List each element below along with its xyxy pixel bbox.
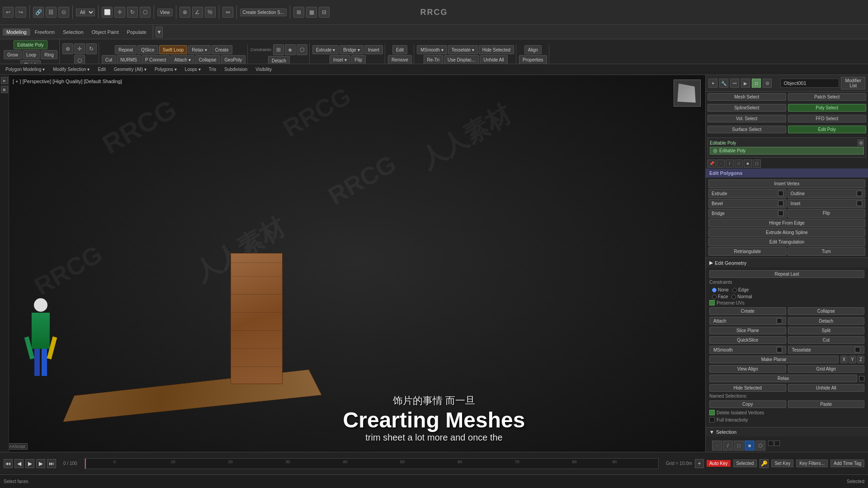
extrude-settings-box[interactable] [778,191,783,196]
grow-btn[interactable]: Grow [4,50,22,59]
panel-icon-hierarchy[interactable]: ⚯ [730,79,739,88]
edit-poly-btn[interactable]: Edit Poly [788,126,867,133]
scale-btn[interactable]: ⬡ [140,7,151,18]
left-btn-1[interactable]: ▶ [1,77,8,84]
quickslice-btn[interactable]: QuickSlice [709,336,786,344]
modifier-list-btn[interactable]: Modifier List [841,77,865,89]
extrude-ep-btn[interactable]: Extrude [708,189,787,198]
sel-edge-icon[interactable]: / [723,441,733,450]
cut-eg-btn[interactable]: Cut [788,336,865,344]
edit-btn[interactable]: Edit [392,45,407,54]
add-time-tag-btn[interactable]: Add Time Tag [830,460,864,467]
tess-box[interactable] [855,347,860,352]
rotate-btn[interactable]: ↻ [127,7,138,18]
loops-item[interactable]: Loops ▾ [183,67,203,72]
shrink-btn[interactable]: Shrink [20,60,40,64]
subdivision-item[interactable]: Subdivision [222,67,249,72]
mini-vertex-icon[interactable]: · [717,160,725,168]
extrude-along-ep-btn[interactable]: Extrude Along Spline [708,228,865,237]
angle-snap-btn[interactable]: ∠ [192,7,203,18]
filter-dropdown[interactable]: All [76,9,95,16]
bevel-ep-btn[interactable]: Bevel [708,199,787,208]
spline-select-btn[interactable]: SplineSelect [708,104,786,112]
grid-btn[interactable]: ⊞ [293,7,304,18]
more-btn[interactable]: ▼ [156,27,163,38]
move-btn[interactable]: ✛ [114,7,125,18]
tab-populate[interactable]: Populate [123,28,150,36]
polygon-modeling-item[interactable]: Polygon Modeling ▾ [4,67,47,72]
z-btn[interactable]: Z [857,356,864,363]
view-btn[interactable]: View [157,9,173,16]
relax-eg-btn[interactable]: Relax [709,375,857,382]
mesh-select-btn[interactable]: Mesh Select [708,93,786,101]
tab-modeling[interactable]: Modeling [3,28,30,36]
modifier-stack-item[interactable]: Editable Poly [710,147,864,155]
msmooth-box[interactable] [777,347,782,352]
outline-settings-box[interactable] [857,191,862,196]
con-icon3[interactable]: ⬡ [297,44,307,55]
tab-selection[interactable]: Selection [59,28,87,36]
create-eg-btn[interactable]: Create [709,307,786,315]
tl-play-btn[interactable]: ▶ [25,459,34,468]
inset-settings-box[interactable] [857,201,862,206]
undo-btn[interactable]: ↩ [3,7,14,18]
tesselate-tb-btn[interactable]: Tesselate ▾ [448,45,478,54]
outline-ep-btn[interactable]: Outline [788,189,866,198]
detach-btn[interactable]: Detach [268,56,290,64]
sel-border-icon[interactable]: □ [734,441,744,450]
attach-eg-btn[interactable]: Attach [709,317,786,325]
preserve-uvs-check[interactable] [709,300,715,305]
full-inter-check[interactable] [709,417,715,422]
nurms-btn[interactable]: NURMS [117,55,141,64]
tl-fwd-btn[interactable]: ⏭ [47,459,56,468]
con-icon2[interactable]: ◈ [285,44,296,55]
select-icon[interactable]: ⊕ [62,43,73,54]
delete-iso-check[interactable] [709,410,715,415]
panel-icon-display[interactable]: □ [752,79,761,88]
tl-back-btn[interactable]: ⏮ [4,459,13,468]
geopoly-btn[interactable]: GeoPoly [221,55,245,64]
select-btn[interactable]: ⬜ [102,7,113,18]
constraint-none[interactable]: None [712,287,729,292]
ring-btn[interactable]: Ring [41,50,57,59]
scale-icon[interactable]: ⬡ [74,55,85,64]
geometry-all-item[interactable]: Geometry (All) ▾ [112,67,148,72]
create-selection-btn[interactable]: Create Selection S... [240,9,287,16]
qslice-btn[interactable]: QSlice [137,45,158,54]
hinge-ep-btn[interactable]: Hinge From Edge [708,219,865,227]
edit-triangulation-ep-btn[interactable]: Edit Triangulation [708,238,865,246]
relax-btn[interactable]: Relax ▾ [188,45,210,54]
tl-next-btn[interactable]: ▶ [36,459,45,468]
patch-select-btn[interactable]: Patch Select [788,93,867,101]
mini-poly-icon[interactable]: ■ [744,160,752,168]
mini-edge-icon[interactable]: / [726,160,734,168]
re-tri-btn[interactable]: Re-Tri [424,55,443,64]
sel-elem-icon[interactable]: ⬡ [755,441,765,450]
sel-extra-check1[interactable] [768,441,774,446]
selection-header[interactable]: ▼ Selection [706,427,868,436]
inset-ep-btn[interactable]: Inset [788,199,866,208]
object-name-input[interactable] [780,79,839,88]
percent-snap-btn[interactable]: % [205,7,216,18]
view-align-btn[interactable]: View Align [709,365,786,373]
align-tb-btn[interactable]: Align [524,45,542,54]
vol-select-btn[interactable]: Vol. Select [708,115,786,122]
slice-plane-btn[interactable]: Slice Plane [709,327,786,334]
insert-vertex-btn[interactable]: Insert Vertex [708,179,865,188]
constraint-edge[interactable]: Edge [732,287,749,292]
mini-pin-icon[interactable]: 📌 [708,160,716,168]
nav-cube[interactable] [674,80,701,107]
panel-icon-create[interactable]: ✦ [708,79,717,88]
tab-freeform[interactable]: Freeform [31,28,59,36]
viewport[interactable]: RRCG RRCG 人人素材 人人素材 RRCG RRCG [ + ] [Per… [9,75,705,452]
bridge-btn[interactable]: Bridge ▾ [340,45,363,54]
inset-btn[interactable]: Inset ▾ [330,55,350,64]
surface-select-btn[interactable]: Surface Select [708,126,786,133]
unhide-all-eg-btn[interactable]: Unhide All [788,384,865,392]
visibility-item[interactable]: Visibility [254,67,274,72]
ffd-select-btn[interactable]: FFD Select [788,115,867,122]
panel-icon-motion[interactable]: ▶ [741,79,750,88]
detach-eg-btn[interactable]: Detach [788,317,865,325]
redo-btn[interactable]: ↪ [15,7,26,18]
constraint-normal[interactable]: Normal [731,294,752,299]
